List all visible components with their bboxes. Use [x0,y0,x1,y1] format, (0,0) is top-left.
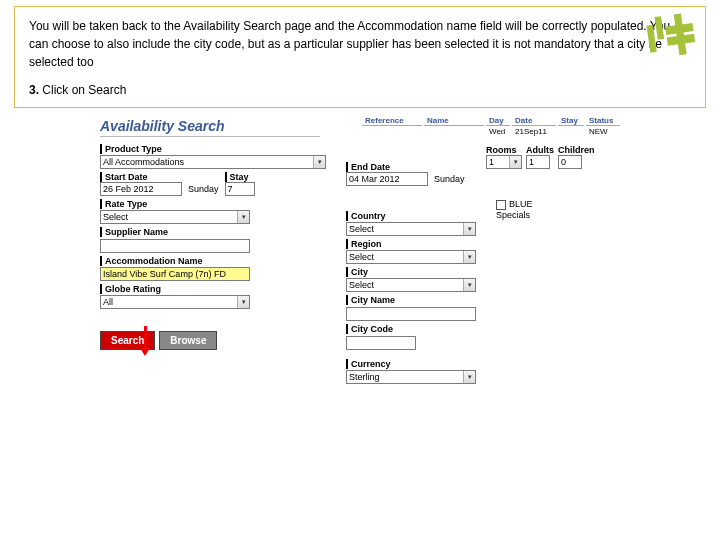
end-date-label: End Date [346,162,428,172]
currency-label: Currency [346,359,391,369]
status-label: Status [586,116,620,126]
currency-select[interactable]: Sterling ▾ [346,370,476,384]
region-select[interactable]: Select ▾ [346,250,476,264]
country-label: Country [346,211,386,221]
name-label: Name [424,116,484,126]
children-input[interactable]: 0 [558,155,582,169]
chevron-down-icon: ▾ [463,371,475,383]
city-label: City [346,267,368,277]
chevron-down-icon: ▾ [463,279,475,291]
adults-label: Adults [526,145,554,155]
booking-header: Reference Name DayWed Date21Sep11 Stay S… [362,116,620,137]
city-code-input[interactable] [346,336,416,350]
end-date-input[interactable]: 04 Mar 2012 [346,172,428,186]
start-date-label: Start Date [100,172,182,182]
product-type-select[interactable]: All Accommodations ▾ [100,155,326,169]
chevron-down-icon: ▾ [463,251,475,263]
chevron-down-icon: ▾ [463,223,475,235]
start-date-input[interactable]: 26 Feb 2012 [100,182,182,196]
date-label: Date [512,116,556,126]
day-value: Wed [486,126,510,137]
region-label: Region [346,239,382,249]
accommodation-name-input[interactable]: Island Vibe Surf Camp (7n) FD [100,267,250,281]
globe-rating-label: Globe Rating [100,284,161,294]
step-text: Click on Search [39,83,126,97]
rooms-select[interactable]: 1▾ [486,155,522,169]
chevron-down-icon: ▾ [509,156,521,168]
rate-type-label: Rate Type [100,199,147,209]
svg-rect-0 [647,25,657,53]
product-type-label: Product Type [100,144,162,154]
instruction-paragraph: You will be taken back to the Availabili… [29,17,691,71]
end-day-display: Sunday [431,172,468,186]
country-select[interactable]: Select ▾ [346,222,476,236]
adults-input[interactable]: 1 [526,155,550,169]
city-select[interactable]: Select ▾ [346,278,476,292]
reference-label: Reference [362,116,422,126]
day-label: Day [486,116,510,126]
city-code-label: City Code [346,324,393,334]
status-value: NEW [586,126,620,137]
stay-label: Stay [558,116,584,126]
globe-rating-select[interactable]: All ▾ [100,295,250,309]
stay-field-label: Stay [225,172,255,182]
step-number: 3. [29,83,39,97]
chevron-down-icon: ▾ [237,211,249,223]
chevron-down-icon: ▾ [237,296,249,308]
city-name-label: City Name [346,295,395,305]
svg-rect-4 [674,13,687,55]
svg-rect-1 [655,16,665,40]
children-label: Children [558,145,595,155]
supplier-name-label: Supplier Name [100,227,168,237]
chevron-down-icon: ▾ [313,156,325,168]
date-value: 21Sep11 [512,126,556,137]
supplier-name-input[interactable] [100,239,250,253]
app-screenshot: Availability Search Reference Name DayWe… [100,116,620,384]
rooms-label: Rooms [486,145,522,155]
instruction-step: 3. Click on Search [29,83,691,97]
accommodation-name-label: Accommodation Name [100,256,203,266]
rate-type-select[interactable]: Select ▾ [100,210,250,224]
stay-input[interactable]: 7 [225,182,255,196]
instruction-callout: You will be taken back to the Availabili… [14,6,706,108]
city-name-input[interactable] [346,307,476,321]
start-day-display: Sunday [185,182,222,196]
blue-specials-checkbox[interactable] [496,200,506,210]
browse-button[interactable]: Browse [159,331,217,350]
logo-sta [640,10,701,65]
pointer-arrow-icon [140,326,150,356]
page-title: Availability Search [100,118,320,137]
